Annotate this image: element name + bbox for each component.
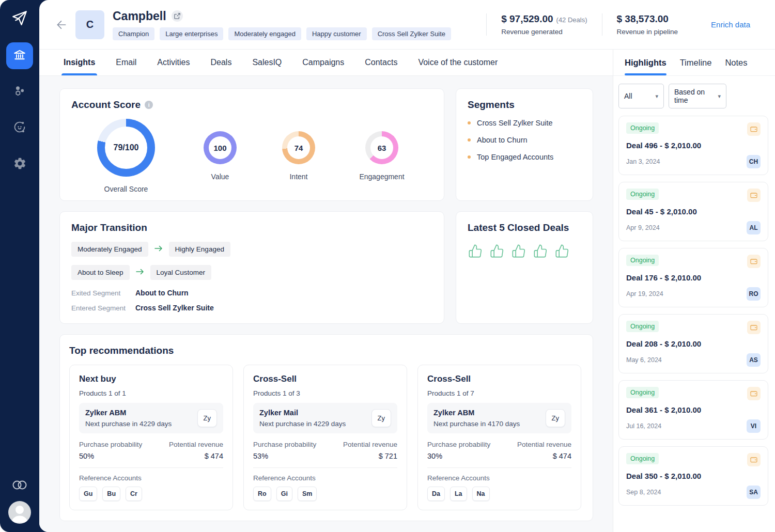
sidebar-item-settings[interactable]: [6, 151, 33, 178]
sidebar-item-accounts[interactable]: [6, 42, 33, 69]
reference-account-chip[interactable]: Sm: [298, 487, 317, 501]
deal-date: Jan 3, 2024: [626, 158, 660, 165]
major-transition-card: Major Transition Moderately Engaged High…: [59, 211, 444, 324]
tab-voice-of-customer[interactable]: Voice of the customer: [418, 50, 498, 75]
tag-chip: Cross Sell Zylker Suite: [372, 27, 451, 40]
account-score-card: Account Score i 79/100 Overall Score 100: [59, 88, 444, 201]
potential-revenue-label: Potential revenue: [517, 441, 571, 448]
open-record-button[interactable]: [172, 10, 183, 22]
owner-initials-badge: RO: [747, 287, 761, 301]
top-recommendations-card: Top recommendations Next buy Products 1 …: [59, 334, 593, 521]
potential-revenue-value: $ 474: [169, 452, 223, 460]
sidebar-item-segments[interactable]: [6, 79, 33, 105]
reference-account-chip[interactable]: Gu: [79, 487, 97, 501]
potential-revenue-label: Potential revenue: [343, 441, 397, 448]
product-logo-chip: Zy: [197, 409, 217, 427]
exited-segment-value: About to Churn: [135, 289, 189, 297]
chevron-down-icon: ▾: [655, 93, 658, 100]
product-name: Zylker ABM: [85, 409, 172, 417]
sidebar-item-personas[interactable]: [6, 115, 33, 142]
reference-account-chip[interactable]: Ro: [253, 487, 271, 501]
tab-notes[interactable]: Notes: [725, 50, 747, 75]
segment-item[interactable]: Top Engaged Accounts: [468, 153, 581, 161]
tab-campaigns[interactable]: Campaigns: [302, 50, 344, 75]
highlights-tabs: Highlights Timeline Notes: [613, 50, 775, 76]
products-counter: Products 1 of 1: [79, 389, 223, 397]
bullet-dot-icon: [468, 138, 471, 142]
reference-accounts-label: Reference Accounts: [79, 474, 223, 482]
deal-card[interactable]: Ongoing Deal 361 - $ 2,010.00 Jul 16, 20…: [618, 380, 768, 440]
wallet-icon: [747, 321, 761, 334]
enrich-data-link[interactable]: Enrich data: [711, 20, 750, 29]
deal-card[interactable]: Ongoing Deal 208 - $ 2,010.00 May 6, 202…: [618, 314, 768, 373]
product-row[interactable]: Zylker ABM Next purchase in 4170 days Zy: [427, 403, 571, 433]
revenue-generated-label: Revenue generated: [501, 28, 587, 36]
owner-initials-badge: SA: [747, 486, 761, 499]
tag-chip: Large enterprises: [160, 27, 223, 40]
reference-accounts-label: Reference Accounts: [427, 474, 571, 482]
recommendation-card-cross-sell-1: Cross-Sell Products 1 of 3 Zylker Mail N…: [243, 365, 407, 510]
module-tabs: Insights Email Activities Deals SalesIQ …: [39, 50, 613, 76]
reference-account-chip[interactable]: Bu: [102, 487, 120, 501]
tab-deals[interactable]: Deals: [210, 50, 231, 75]
revenue-generated-stat: $ 97,529.00(42 Deals) Revenue generated: [486, 13, 601, 36]
thumbs-up-icon[interactable]: [533, 244, 548, 260]
thumbs-up-icon[interactable]: [468, 244, 483, 260]
purchase-probability-value: 50%: [79, 452, 142, 460]
purchase-probability-value: 30%: [427, 452, 490, 460]
recommendation-type: Cross-Sell: [427, 374, 571, 384]
product-row[interactable]: Zylker ABM Next purchase in 4229 days Zy: [79, 403, 223, 433]
deal-title: Deal 350 - $ 2,010.00: [626, 472, 761, 480]
deal-date: Apr 9, 2024: [626, 224, 660, 231]
product-name: Zylker Mail: [259, 409, 346, 417]
reference-account-chip[interactable]: Cr: [126, 487, 142, 501]
thumbs-up-icon[interactable]: [489, 244, 505, 260]
tab-email[interactable]: Email: [116, 50, 136, 75]
reference-account-chip[interactable]: Gi: [276, 487, 292, 501]
tab-timeline[interactable]: Timeline: [680, 50, 712, 75]
segment-item[interactable]: Cross Sell Zylker Suite: [468, 119, 581, 127]
reference-account-chip[interactable]: La: [450, 487, 467, 501]
product-logo-chip: Zy: [371, 409, 391, 427]
filter-type-dropdown[interactable]: All▾: [618, 84, 664, 108]
major-transition-title: Major Transition: [71, 222, 432, 233]
recommendation-card-cross-sell-2: Cross-Sell Products 1 of 7 Zylker ABM Ne…: [417, 365, 581, 510]
filter-sort-dropdown[interactable]: Based on time▾: [669, 84, 726, 108]
app-logo[interactable]: [11, 9, 28, 29]
arrow-right-icon: [154, 245, 163, 254]
tab-contacts[interactable]: Contacts: [365, 50, 397, 75]
back-button[interactable]: [55, 18, 68, 32]
revenue-generated-deals-count: (42 Deals): [556, 16, 587, 24]
status-badge: Ongoing: [626, 255, 659, 266]
intent-score-donut: 74: [282, 131, 315, 164]
product-row[interactable]: Zylker Mail Next purchase in 4229 days Z…: [253, 403, 397, 433]
segment-item[interactable]: About to Churn: [468, 136, 581, 144]
deal-card[interactable]: Ongoing Deal 496 - $ 2,010.00 Jan 3, 202…: [618, 116, 768, 175]
reference-account-chip[interactable]: Da: [427, 487, 445, 501]
page-title: Campbell: [113, 9, 166, 23]
info-icon[interactable]: i: [145, 101, 153, 109]
reference-account-chip[interactable]: Na: [472, 487, 490, 501]
status-badge: Ongoing: [626, 189, 659, 200]
account-score-title: Account Score: [71, 99, 141, 111]
tab-activities[interactable]: Activities: [157, 50, 190, 75]
thumbs-up-icon[interactable]: [511, 244, 526, 260]
chevron-down-icon: ▾: [718, 93, 721, 100]
deal-card[interactable]: Ongoing Deal 45 - $ 2,010.00 Apr 9, 2024…: [618, 182, 768, 241]
deal-list: Ongoing Deal 496 - $ 2,010.00 Jan 3, 202…: [613, 116, 775, 511]
tab-highlights[interactable]: Highlights: [625, 50, 667, 75]
purchase-probability-label: Purchase probability: [253, 441, 316, 448]
deal-card[interactable]: Ongoing Deal 176 - $ 2,010.00 Apr 19, 20…: [618, 248, 768, 307]
tab-salesiq[interactable]: SalesIQ: [252, 50, 282, 75]
deal-card[interactable]: Ongoing Deal 350 - $ 2,010.00 Sep 8, 202…: [618, 446, 768, 506]
closed-deals-card: Latest 5 Closed Deals: [456, 211, 593, 324]
tab-insights[interactable]: Insights: [64, 50, 95, 75]
recommendation-type: Cross-Sell: [253, 374, 397, 384]
recommendations-title: Top recommendations: [69, 345, 583, 356]
user-avatar[interactable]: [8, 501, 31, 524]
deal-title: Deal 208 - $ 2,010.00: [626, 339, 761, 348]
owner-initials-badge: AS: [747, 353, 761, 367]
entered-segment-label: Entered Segment: [71, 304, 126, 312]
thumbs-up-icon[interactable]: [554, 244, 570, 260]
entered-segment-value: Cross Sell Zylker Suite: [135, 304, 214, 312]
